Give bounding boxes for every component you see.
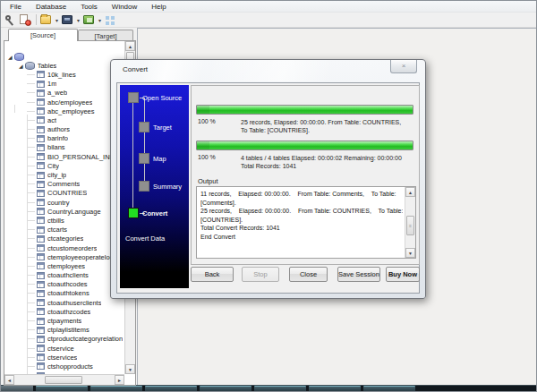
tree-node-label: Tables <box>38 62 57 70</box>
taskbar-window-button[interactable] <box>36 386 88 392</box>
tree-item[interactable]: CountryLanguage <box>4 207 124 216</box>
tree-guide-stub <box>27 293 35 294</box>
dropdown-arrow-icon[interactable]: ▾ <box>98 17 101 23</box>
table-icon <box>37 327 45 334</box>
tree-node-tables[interactable]: ◢ Tables <box>4 61 124 70</box>
tree-item[interactable]: BIO_PERSONAL_INF <box>4 152 124 161</box>
tree-item[interactable]: country <box>4 198 124 207</box>
table-icon <box>37 336 45 343</box>
taskbar-window-button[interactable] <box>363 386 415 392</box>
output-line: Total Convert Records: 1041 <box>200 224 403 233</box>
expander-icon[interactable]: ◢ <box>19 63 23 69</box>
scroll-up-button[interactable]: ▲ <box>405 187 415 197</box>
tree-item[interactable]: ctcustomeorders <box>4 243 124 252</box>
menu-item[interactable]: Help <box>144 2 173 12</box>
wizard-step-label: Open Source <box>142 94 182 102</box>
key-icon[interactable] <box>4 14 16 26</box>
tree-item[interactable]: ctcategories <box>4 234 124 243</box>
dropdown-arrow-icon[interactable]: ▾ <box>77 17 80 23</box>
tree-item[interactable]: barinfo <box>4 134 124 143</box>
tree-item[interactable]: a_web <box>4 89 124 98</box>
table-progress-text: 100 % 25 records, Elapsed: 00:00:00. Fro… <box>198 118 415 134</box>
wizard-step-label: Summary <box>153 183 182 191</box>
tree-item[interactable]: ctoauthtokens <box>4 289 124 298</box>
scrollbar-thumb[interactable]: ≡ <box>406 216 414 235</box>
taskbar-window-button[interactable] <box>145 386 197 392</box>
menu-item[interactable]: Database <box>29 2 73 12</box>
table-icon <box>37 345 45 352</box>
tree-item[interactable]: ctemployeeoperatelog <box>4 252 124 261</box>
tree-item[interactable]: ctoauthclients <box>4 271 124 280</box>
scroll-right-button[interactable]: ► <box>115 375 124 385</box>
wizard-steps: Open Source Target Map Summary Convert <box>120 85 189 288</box>
table-icon <box>37 226 45 234</box>
scrollbar-thumb[interactable] <box>45 376 82 384</box>
dialog-close-button[interactable]: × <box>390 60 417 73</box>
tree-item[interactable]: act <box>4 115 124 124</box>
tree-item[interactable]: 10k_lines <box>4 70 124 79</box>
dropdown-arrow-icon[interactable]: ▾ <box>55 17 58 23</box>
tree-item[interactable]: abc_employees <box>4 107 124 115</box>
close-button[interactable]: Close <box>289 267 328 282</box>
tree-item[interactable]: ctshopproducts <box>4 362 124 371</box>
buy-now-button[interactable]: Buy Now <box>386 267 420 282</box>
scroll-down-button[interactable]: ▼ <box>405 248 415 258</box>
export-icon[interactable] <box>83 14 96 26</box>
wizard-step-marker <box>139 153 149 164</box>
output-label: Output <box>198 177 218 185</box>
table-icon <box>37 299 45 306</box>
tree-item[interactable]: ctoauthuserclients <box>4 298 124 307</box>
taskbar-window-button[interactable] <box>90 386 142 392</box>
tree-item[interactable]: ctservice <box>4 344 124 353</box>
taskbar-start-area[interactable] <box>1 386 33 392</box>
tree-root-connection[interactable]: ◢ <box>4 52 124 61</box>
scroll-up-button[interactable]: ▲ <box>125 41 135 51</box>
new-session-icon[interactable] <box>40 14 53 26</box>
tree-item[interactable]: City <box>4 161 124 170</box>
disconnect-icon[interactable] <box>19 14 31 26</box>
table-icon <box>37 172 45 179</box>
scroll-down-button[interactable]: ▼ <box>125 364 135 374</box>
taskbar-window-button[interactable] <box>254 386 306 392</box>
tree-item[interactable]: ctplaylistitems <box>4 326 124 335</box>
menu-item[interactable]: Window <box>105 2 144 12</box>
tab-source[interactable]: [Source] <box>8 29 78 41</box>
tree-item[interactable]: bilans <box>4 143 124 152</box>
tree-item[interactable]: abc/employees <box>4 98 124 107</box>
table-icon <box>37 181 45 188</box>
tree-item[interactable]: ctbills <box>4 216 124 225</box>
menu-item[interactable]: File <box>3 2 29 12</box>
tree-item[interactable]: ctemployees <box>4 261 124 270</box>
menu-item[interactable]: Tools <box>73 2 105 12</box>
tree-item[interactable]: 1m <box>4 80 124 89</box>
tree-item-label: Comments <box>47 180 80 188</box>
back-button[interactable]: Back <box>191 267 234 282</box>
tree-item[interactable]: city_ip <box>4 170 124 179</box>
tree-guide-stub <box>27 175 35 175</box>
tree-item[interactable]: ctoauthcodes <box>4 280 124 289</box>
tree-item[interactable]: authors <box>4 125 124 134</box>
tree-item[interactable]: Comments <box>4 180 124 189</box>
table-icon <box>37 126 45 133</box>
table-icon <box>37 71 45 78</box>
tree-item[interactable]: ctcarts <box>4 226 124 234</box>
table-icon <box>37 272 45 279</box>
taskbar-window-button[interactable] <box>200 386 251 392</box>
monitor-icon[interactable] <box>62 14 74 26</box>
wizard-step-marker <box>128 208 139 218</box>
scroll-left-button[interactable]: ◄ <box>4 375 14 385</box>
tree-item-label: bilans <box>47 143 65 151</box>
output-scrollbar[interactable]: ▲ ▼ ≡ <box>405 187 415 258</box>
tree-item[interactable]: COUNTRIES <box>4 189 124 198</box>
expander-icon[interactable]: ◢ <box>8 54 13 60</box>
table-icon <box>37 262 45 269</box>
tree-horizontal-scrollbar[interactable]: ◄ ► <box>4 374 124 385</box>
taskbar-window-button[interactable] <box>309 386 361 392</box>
tree-item[interactable]: ctoauthzcodes <box>4 307 124 316</box>
tree-item[interactable]: ctpayments <box>4 316 124 325</box>
tree-item[interactable]: ctservices <box>4 353 124 362</box>
table-icon <box>37 135 45 142</box>
save-session-button[interactable]: Save Session <box>337 267 380 282</box>
convert-progress-panel: 100 % 25 records, Elapsed: 00:00:00. Fro… <box>191 85 420 265</box>
tree-item[interactable]: ctproductcategoryrelation <box>4 335 124 344</box>
